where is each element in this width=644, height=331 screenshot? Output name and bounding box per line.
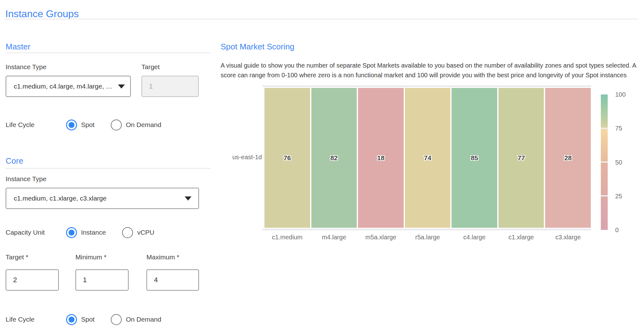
- core-section-heading: Core: [6, 156, 23, 166]
- spot-market-scoring-panel: Spot Market Scoring A visual guide to sh…: [221, 0, 644, 331]
- colorbar-ticks: 1007550250: [615, 94, 637, 230]
- master-target-label: Target: [141, 63, 160, 71]
- heatmap-cell-value: 85: [471, 154, 478, 162]
- capacity-unit-field: Capacity Unit Instance vCPU: [6, 226, 171, 239]
- core-instance-type-value: c1.medium, c1.xlarge, c3.xlarge: [14, 195, 106, 202]
- heatmap-cell: 85: [452, 88, 497, 228]
- radio-button-icon: [66, 120, 77, 130]
- instance-groups-form: Master Instance Type c1.medium, c4.large…: [6, 0, 211, 331]
- spot-market-heatmap: us-east-1d 76821874857728 c1.mediumm4.la…: [221, 0, 644, 250]
- master-instance-type-dropdown[interactable]: c1.medium, c4.large, m4.large, …: [6, 76, 131, 97]
- core-target-field: Target *: [6, 253, 59, 291]
- heatmap-cell-value: 18: [377, 154, 384, 162]
- heatmap-cell: 82: [311, 88, 357, 228]
- heatmap-cell-value: 77: [518, 154, 525, 162]
- heatmap-cell: 28: [545, 88, 591, 228]
- radio-button-icon: [66, 227, 77, 238]
- core-maximum-field: Maximum *: [146, 253, 199, 291]
- radio-option-label: On Demand: [126, 121, 161, 129]
- radio-button-icon: [111, 120, 122, 130]
- capacity-unit-option-instance[interactable]: Instance: [66, 227, 106, 238]
- x-axis-label: m4.large: [311, 234, 357, 241]
- x-axis-label: c1.xlarge: [498, 234, 544, 241]
- heatmap-cell-value: 82: [330, 154, 338, 162]
- colorbar-tick-label: 25: [615, 192, 622, 201]
- core-target-input[interactable]: [6, 269, 59, 291]
- core-minimum-input[interactable]: [75, 269, 129, 291]
- x-axis-label: m5a.xlarge: [358, 234, 404, 241]
- colorbar-tick-label: 100: [615, 90, 626, 99]
- heatmap-cell-value: 76: [284, 154, 291, 162]
- heatmap-cell: 76: [264, 88, 310, 228]
- plot-background-strip: [263, 229, 591, 230]
- caret-down-icon: [185, 196, 192, 201]
- heatmap-cell: 18: [358, 88, 404, 228]
- x-axis-label: c4.large: [452, 234, 497, 241]
- core-minimum-label: Minimum *: [75, 253, 129, 261]
- master-instance-type-value: c1.medium, c4.large, m4.large, …: [14, 83, 112, 90]
- capacity-unit-label: Capacity Unit: [6, 229, 66, 236]
- radio-button-icon: [66, 314, 77, 325]
- core-life-cycle-option-spot[interactable]: Spot: [66, 314, 95, 325]
- divider: [6, 168, 211, 169]
- master-life-cycle-option-on-demand[interactable]: On Demand: [111, 120, 161, 130]
- radio-option-label: Spot: [81, 121, 95, 129]
- x-axis-label: r5a.large: [405, 234, 451, 241]
- x-axis-label: c1.medium: [264, 234, 310, 241]
- core-instance-type-label: Instance Type: [6, 175, 46, 183]
- core-maximum-input[interactable]: [146, 269, 199, 291]
- core-maximum-label: Maximum *: [146, 253, 199, 261]
- radio-button-icon: [111, 314, 122, 325]
- core-life-cycle-field: Life Cycle Spot On Demand: [6, 313, 177, 326]
- colorbar-tick-label: 0: [615, 226, 619, 234]
- radio-option-label: vCPU: [137, 229, 154, 236]
- core-minimum-field: Minimum *: [75, 253, 129, 291]
- radio-option-label: Spot: [81, 316, 95, 323]
- master-target-input[interactable]: [141, 76, 199, 97]
- capacity-unit-option-vcpu[interactable]: vCPU: [122, 227, 154, 238]
- core-life-cycle-label: Life Cycle: [6, 316, 66, 323]
- heatmap-x-labels: c1.mediumm4.largem5a.xlarger5a.largec4.l…: [264, 234, 591, 241]
- core-instance-type-dropdown[interactable]: c1.medium, c1.xlarge, c3.xlarge: [6, 188, 199, 209]
- heatmap-cell-value: 74: [424, 154, 431, 162]
- core-life-cycle-option-on-demand[interactable]: On Demand: [111, 314, 161, 325]
- master-life-cycle-option-spot[interactable]: Spot: [66, 120, 95, 130]
- radio-button-icon: [122, 227, 133, 238]
- radio-option-label: On Demand: [126, 316, 161, 323]
- heatmap-cell-value: 28: [565, 154, 572, 162]
- heatmap-row: 76821874857728: [264, 88, 591, 228]
- master-life-cycle-field: Life Cycle Spot On Demand: [6, 118, 177, 132]
- x-axis-label: c3.xlarge: [545, 234, 591, 241]
- caret-down-icon: [118, 84, 125, 89]
- master-instance-type-label: Instance Type: [6, 63, 46, 71]
- colorbar: [601, 94, 608, 230]
- radio-option-label: Instance: [81, 229, 106, 236]
- master-section-heading: Master: [6, 42, 30, 52]
- core-target-label: Target *: [6, 253, 59, 261]
- y-axis-label: us-east-1d: [221, 154, 262, 161]
- colorbar-tick-label: 50: [615, 158, 622, 167]
- plot-background-strip: [263, 85, 591, 87]
- master-life-cycle-label: Life Cycle: [6, 121, 66, 129]
- heatmap-cell: 74: [405, 88, 451, 228]
- divider: [6, 53, 211, 53]
- heatmap-cell: 77: [498, 88, 544, 228]
- colorbar-tick-label: 75: [615, 124, 622, 133]
